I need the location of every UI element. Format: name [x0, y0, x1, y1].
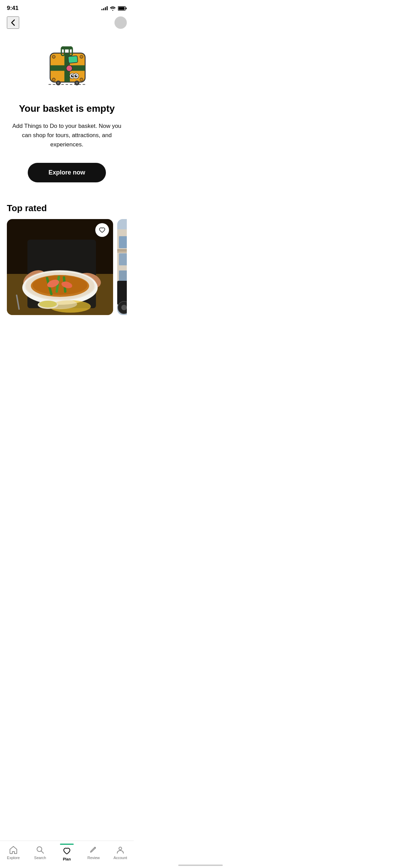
svg-point-23	[52, 55, 55, 58]
svg-rect-10	[68, 56, 78, 63]
avatar[interactable]	[114, 16, 127, 29]
favorite-button-food[interactable]	[95, 223, 109, 237]
top-nav	[0, 15, 134, 33]
battery-icon	[118, 6, 127, 11]
back-button[interactable]	[7, 16, 19, 29]
cards-row	[7, 219, 127, 315]
explore-now-button[interactable]: Explore now	[28, 163, 106, 182]
svg-rect-58	[117, 249, 127, 251]
svg-rect-51	[119, 236, 127, 248]
svg-rect-53	[119, 270, 127, 282]
suitcase-illustration	[36, 36, 98, 93]
svg-point-20	[57, 82, 60, 84]
svg-point-48	[39, 301, 57, 308]
svg-point-15	[74, 74, 77, 77]
svg-point-11	[66, 65, 72, 71]
main-content: Your basket is empty Add Things to Do to…	[0, 33, 134, 203]
status-icons	[101, 6, 127, 11]
food-card[interactable]	[7, 219, 113, 315]
svg-point-25	[52, 78, 55, 81]
svg-point-22	[76, 82, 78, 84]
svg-rect-1	[126, 8, 127, 9]
svg-point-64	[121, 305, 127, 310]
empty-state-subtext: Add Things to Do to your basket. Now you…	[10, 121, 123, 149]
wifi-icon	[110, 6, 116, 11]
svg-point-14	[71, 74, 74, 77]
empty-state-headline: Your basket is empty	[19, 103, 115, 114]
svg-point-16	[72, 75, 74, 76]
svg-point-24	[80, 55, 83, 58]
svg-rect-2	[119, 7, 125, 10]
street-card[interactable]	[117, 219, 127, 315]
svg-rect-9	[61, 46, 72, 49]
status-bar: 9:41	[0, 0, 134, 15]
status-time: 9:41	[7, 5, 19, 12]
top-rated-section: Top rated	[0, 203, 134, 315]
signal-bars-icon	[101, 6, 108, 10]
svg-rect-52	[119, 253, 127, 265]
svg-point-17	[76, 75, 77, 76]
svg-point-36	[33, 276, 87, 295]
top-rated-title: Top rated	[7, 203, 127, 214]
svg-point-26	[80, 78, 83, 81]
